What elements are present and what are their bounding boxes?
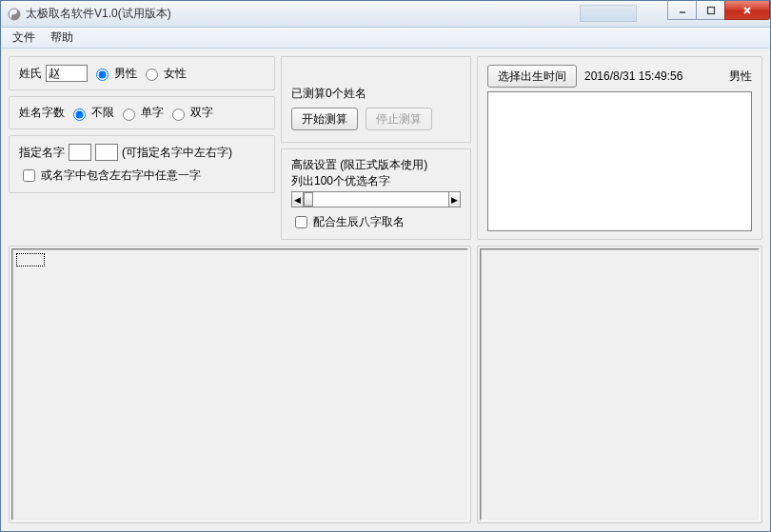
maximize-button[interactable] [696, 1, 725, 20]
specify-left-input[interactable] [69, 144, 91, 161]
namechars-double-option[interactable]: 双字 [168, 105, 213, 121]
app-window: 太极取名软件V1.0(试用版本) 文件 帮助 姓氏 [0, 0, 771, 532]
menu-help[interactable]: 帮助 [43, 28, 81, 48]
app-icon [7, 7, 22, 22]
advanced-list-label: 列出100个优选名字 [291, 173, 461, 189]
results-left-panel [9, 246, 471, 523]
menu-file[interactable]: 文件 [5, 28, 43, 48]
gender-female-option[interactable]: 女性 [141, 66, 187, 82]
specify-group: 指定名字 (可指定名字中左右字) 或名字中包含左右字中任意一字 [9, 135, 275, 193]
specify-label: 指定名字 [19, 145, 65, 161]
namechars-single-option[interactable]: 单字 [118, 105, 164, 121]
birthtime-gender: 男性 [729, 69, 752, 85]
results-left-list[interactable] [11, 248, 468, 521]
slider-track[interactable] [304, 191, 448, 207]
name-count-slider[interactable]: ◀ ▶ [291, 191, 461, 207]
svg-rect-2 [707, 7, 714, 13]
window-title: 太极取名软件V1.0(试用版本) [26, 6, 171, 22]
gender-male-radio[interactable] [96, 69, 109, 81]
bazi-option[interactable]: 配合生辰八字取名 [291, 213, 405, 231]
results-right-list[interactable] [480, 248, 760, 521]
specify-hint: (可指定名字中左右字) [122, 145, 232, 161]
calc-group: 已测算0个姓名 开始测算 停止测算 [281, 56, 471, 143]
close-button[interactable] [724, 1, 770, 20]
ghost-decoration [580, 5, 637, 22]
slider-right-arrow-icon[interactable]: ▶ [448, 191, 461, 207]
window-controls [668, 1, 770, 20]
namechars-group: 姓名字数 不限 单字 双字 [9, 96, 275, 129]
titlebar: 太极取名软件V1.0(试用版本) [1, 1, 770, 28]
menubar: 文件 帮助 [1, 28, 770, 49]
minimize-button[interactable] [667, 1, 697, 20]
client-area: 姓氏 男性 女性 姓名字数 不限 [1, 49, 770, 531]
slider-thumb[interactable] [304, 192, 313, 207]
results-right-panel [477, 246, 762, 523]
focus-rect [16, 253, 45, 266]
specify-right-input[interactable] [95, 144, 118, 161]
gender-female-radio[interactable] [146, 69, 158, 81]
surname-group: 姓氏 男性 女性 [9, 56, 275, 90]
namechars-label: 姓名字数 [19, 105, 65, 121]
bazi-checkbox[interactable] [295, 216, 307, 228]
select-birthtime-button[interactable]: 选择出生时间 [487, 65, 577, 88]
namechars-double-radio[interactable] [172, 108, 185, 121]
surname-label: 姓氏 [19, 66, 42, 82]
birthtime-group: 选择出生时间 2016/8/31 15:49:56 男性 [477, 56, 762, 240]
advanced-group: 高级设置 (限正式版本使用) 列出100个优选名字 ◀ ▶ 配合生辰八字取名 [281, 148, 471, 240]
birthtime-value: 2016/8/31 15:49:56 [584, 69, 682, 83]
namechars-single-radio[interactable] [123, 108, 135, 121]
start-calc-button[interactable]: 开始测算 [291, 108, 358, 130]
namechars-unlimited-option[interactable]: 不限 [69, 105, 114, 121]
birthtime-info-panel [487, 91, 752, 231]
advanced-title: 高级设置 (限正式版本使用) [291, 157, 461, 173]
calc-status: 已测算0个姓名 [291, 86, 366, 102]
gender-male-option[interactable]: 男性 [91, 66, 137, 82]
namechars-unlimited-radio[interactable] [73, 108, 86, 121]
specify-contains-option[interactable]: 或名字中包含左右字中任意一字 [19, 167, 201, 185]
surname-input[interactable] [46, 65, 88, 82]
specify-contains-checkbox[interactable] [23, 169, 35, 182]
slider-left-arrow-icon[interactable]: ◀ [291, 191, 304, 207]
stop-calc-button: 停止测算 [366, 108, 432, 130]
